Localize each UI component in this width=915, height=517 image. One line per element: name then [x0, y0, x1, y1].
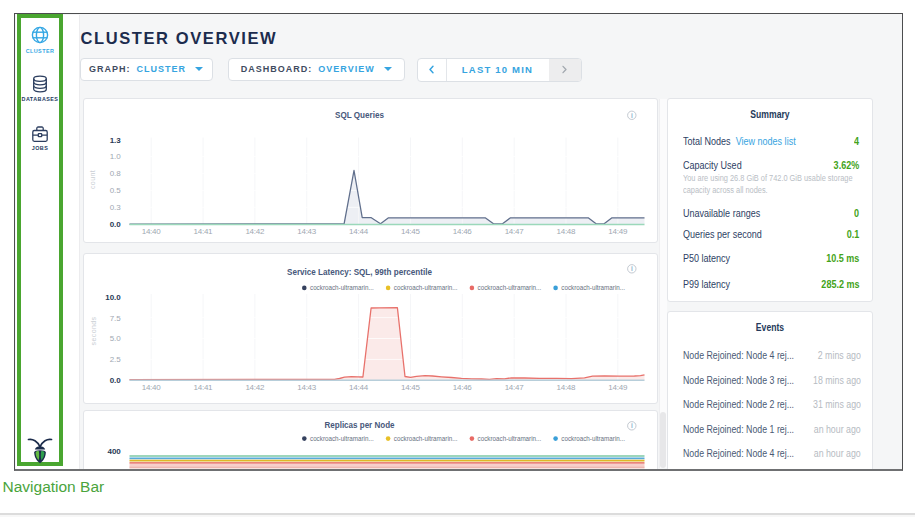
svg-text:14:49: 14:49	[608, 383, 628, 392]
svg-text:cockroach-ultramarin...: cockroach-ultramarin...	[394, 435, 458, 442]
svg-text:14:40: 14:40	[142, 227, 162, 236]
svg-text:14:48: 14:48	[557, 383, 577, 392]
svg-text:0.5: 0.5	[110, 186, 122, 195]
svg-text:2.5: 2.5	[110, 355, 122, 364]
svg-text:0.8: 0.8	[110, 169, 122, 178]
svg-text:14:43: 14:43	[297, 383, 317, 392]
svg-text:14:41: 14:41	[194, 227, 214, 236]
svg-text:cockroach-ultramarin...: cockroach-ultramarin...	[478, 435, 542, 442]
svg-text:14:45: 14:45	[401, 227, 421, 236]
svg-text:cockroach-ultramarin...: cockroach-ultramarin...	[394, 284, 458, 291]
svg-text:14:46: 14:46	[453, 383, 473, 392]
svg-text:14:44: 14:44	[349, 383, 369, 392]
svg-text:7.5: 7.5	[110, 313, 122, 322]
svg-text:Service Latency: SQL, 99th per: Service Latency: SQL, 99th percentile	[287, 266, 432, 277]
svg-text:cockroach-ultramarin...: cockroach-ultramarin...	[561, 435, 625, 442]
svg-text:0.3: 0.3	[110, 203, 122, 212]
svg-text:0.0: 0.0	[110, 220, 122, 229]
svg-text:400: 400	[107, 447, 121, 456]
svg-text:i: i	[631, 265, 633, 272]
svg-text:cockroach-ultramarin...: cockroach-ultramarin...	[310, 435, 374, 442]
svg-text:14:49: 14:49	[608, 227, 628, 236]
svg-text:14:43: 14:43	[297, 227, 317, 236]
svg-text:i: i	[631, 422, 633, 429]
svg-text:1.3: 1.3	[110, 136, 122, 145]
svg-text:cockroach-ultramarin...: cockroach-ultramarin...	[478, 284, 542, 291]
svg-text:seconds: seconds	[90, 316, 97, 345]
svg-text:cockroach-ultramarin...: cockroach-ultramarin...	[310, 284, 374, 291]
svg-text:14:42: 14:42	[245, 383, 265, 392]
svg-text:14:42: 14:42	[245, 227, 265, 236]
svg-text:14:45: 14:45	[401, 383, 421, 392]
svg-text:count: count	[89, 170, 96, 189]
svg-text:1.0: 1.0	[110, 152, 122, 161]
svg-text:14:47: 14:47	[505, 227, 525, 236]
svg-text:14:46: 14:46	[453, 227, 473, 236]
svg-text:14:41: 14:41	[194, 383, 214, 392]
svg-text:i: i	[631, 112, 633, 119]
svg-text:10.0: 10.0	[105, 292, 121, 301]
svg-text:0.0: 0.0	[110, 376, 122, 385]
svg-text:SQL Queries: SQL Queries	[335, 109, 384, 120]
svg-text:14:47: 14:47	[505, 383, 525, 392]
svg-text:Replicas per Node: Replicas per Node	[325, 418, 395, 429]
svg-text:14:44: 14:44	[349, 227, 369, 236]
svg-text:14:40: 14:40	[142, 383, 162, 392]
svg-text:cockroach-ultramarin...: cockroach-ultramarin...	[561, 284, 625, 291]
svg-text:5.0: 5.0	[110, 334, 122, 343]
svg-text:14:48: 14:48	[557, 227, 577, 236]
